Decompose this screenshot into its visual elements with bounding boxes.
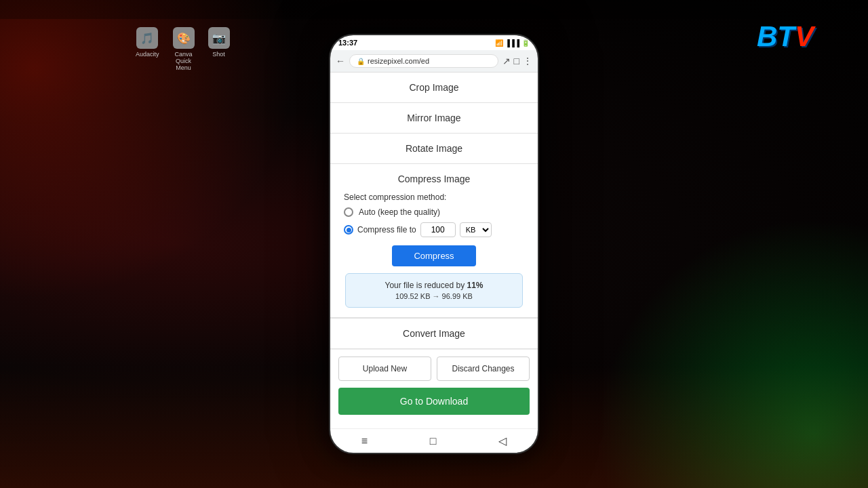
compression-options: Select compression method: Auto (keep th… (341, 192, 527, 308)
status-bar: 13:37 📶 ▐▐▐ 🔋 (330, 35, 538, 50)
compress-file-radio-btn[interactable] (344, 225, 353, 235)
action-buttons: Upload New Discard Changes (330, 349, 538, 388)
audacity-icon: 🎵 (136, 27, 158, 49)
auto-radio-btn[interactable] (344, 207, 353, 217)
upload-new-button[interactable]: Upload New (338, 357, 431, 381)
convert-image-label: Convert Image (403, 328, 465, 339)
convert-image-row[interactable]: Convert Image (330, 318, 538, 349)
btv-v: V (795, 20, 814, 52)
wifi-icon: 📶 (495, 39, 503, 47)
size-input[interactable] (420, 222, 456, 237)
compress-image-section: Compress Image Select compression method… (330, 164, 538, 318)
go-to-download-button[interactable]: Go to Download (338, 388, 530, 415)
compression-method-label: Select compression method: (344, 192, 524, 202)
browser-back-btn[interactable]: ← (336, 56, 345, 66)
desktop-icon-canva[interactable]: 🎨 Canva Quick Menu (170, 27, 197, 71)
browser-action-btns: ↗ □ ⋮ (502, 56, 532, 66)
desktop-icon-audacity[interactable]: 🎵 Audacity (136, 27, 159, 71)
phone-wrapper: 13:37 📶 ▐▐▐ 🔋 ← 🔒 resizepixel.com/ed ↗ □… (329, 34, 539, 454)
signal-icon: ▐▐▐ (505, 39, 519, 47)
browser-url-bar[interactable]: 🔒 resizepixel.com/ed (349, 54, 498, 68)
compress-btn-wrapper: Compress (344, 245, 524, 266)
menu-item-mirror[interactable]: Mirror Image (330, 103, 538, 134)
lock-icon: 🔒 (357, 58, 365, 65)
tab-icon[interactable]: □ (514, 56, 519, 66)
rotate-image-label: Rotate Image (406, 143, 462, 154)
canva-icon: 🎨 (173, 27, 195, 49)
discard-changes-button[interactable]: Discard Changes (437, 357, 530, 381)
menu-dots-icon[interactable]: ⋮ (523, 56, 532, 66)
battery-icon: 🔋 (521, 39, 530, 47)
compress-file-label: Compress file to (357, 225, 416, 235)
canva-label: Canva Quick Menu (170, 51, 197, 71)
browser-url-text: resizepixel.com/ed (368, 57, 429, 65)
btv-logo: BTV (757, 20, 814, 53)
audacity-label: Audacity (136, 51, 159, 58)
shot-label: Shot (212, 51, 225, 58)
desktop-icons: 🎵 Audacity 🎨 Canva Quick Menu 📷 Shot (136, 27, 230, 71)
shot-icon: 📷 (208, 27, 230, 49)
web-content: Crop Image Mirror Image Rotate Image Com… (330, 73, 538, 428)
menu-item-rotate[interactable]: Rotate Image (330, 134, 538, 164)
desktop-icon-shot[interactable]: 📷 Shot (208, 27, 230, 71)
btv-t: T (777, 20, 795, 52)
browser-bar: ← 🔒 resizepixel.com/ed ↗ □ ⋮ (330, 50, 538, 73)
android-back-icon[interactable]: ◁ (498, 434, 507, 447)
phone: 13:37 📶 ▐▐▐ 🔋 ← 🔒 resizepixel.com/ed ↗ □… (329, 34, 539, 454)
arrow-icon: → (433, 292, 442, 300)
mirror-image-label: Mirror Image (407, 113, 460, 123)
result-sizes: 109.52 KB → 96.99 KB (354, 292, 514, 300)
compress-image-title[interactable]: Compress Image (341, 174, 527, 184)
original-size: 109.52 KB (395, 292, 430, 300)
btv-b: B (757, 20, 777, 52)
android-menu-icon[interactable]: ≡ (361, 435, 368, 447)
result-prefix: Your file is reduced by (385, 281, 467, 290)
status-icons: 📶 ▐▐▐ 🔋 (495, 39, 530, 47)
auto-quality-option[interactable]: Auto (keep the quality) (344, 207, 524, 217)
auto-quality-label: Auto (keep the quality) (359, 207, 440, 217)
status-time: 13:37 (338, 39, 357, 47)
result-percent: 11% (467, 281, 483, 290)
result-banner: Your file is reduced by 11% 109.52 KB → … (345, 273, 523, 308)
share-icon[interactable]: ↗ (502, 56, 511, 66)
menu-item-crop[interactable]: Crop Image (330, 73, 538, 103)
android-home-icon[interactable]: □ (430, 435, 437, 447)
desktop-taskbar (0, 0, 868, 19)
compress-button[interactable]: Compress (392, 245, 475, 266)
crop-image-label: Crop Image (409, 82, 458, 93)
compress-file-row: Compress file to KB MB (344, 222, 524, 237)
download-section: Go to Download (330, 388, 538, 423)
result-text-line1: Your file is reduced by 11% (354, 281, 514, 290)
android-nav-bar: ≡ □ ◁ (330, 428, 538, 453)
unit-select[interactable]: KB MB (460, 222, 492, 237)
new-size: 96.99 KB (442, 292, 473, 300)
